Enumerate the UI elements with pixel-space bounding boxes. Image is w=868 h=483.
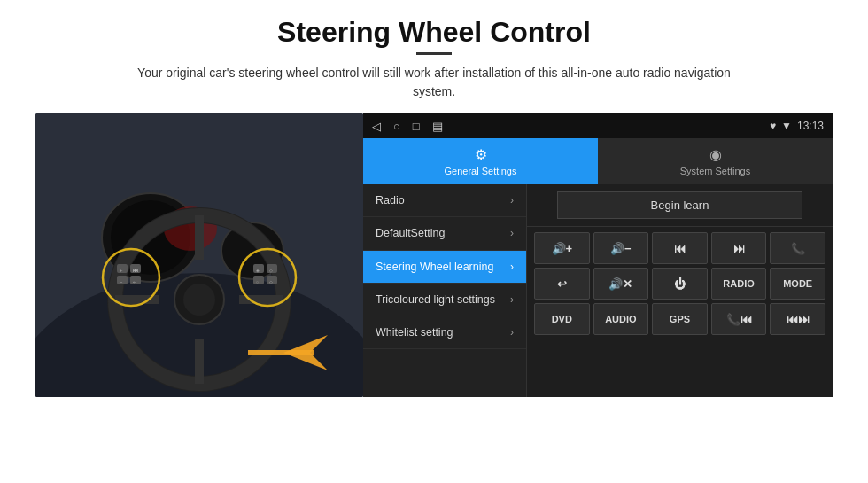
mute-button[interactable]: 🔊✕ xyxy=(593,268,649,300)
menu-item-tricoloured[interactable]: Tricoloured light settings › xyxy=(363,284,526,316)
svg-text:⏮: ⏮ xyxy=(133,268,138,273)
head-unit-display: ◁ ○ □ ▤ ♥ ▼ 13:13 ⚙ General Settings xyxy=(363,113,833,397)
main-content: + ⏮ − ↩ ◈ ◇ ○ ◇ xyxy=(35,113,833,483)
system-settings-icon: ◉ xyxy=(709,146,722,163)
status-time: 13:13 xyxy=(797,120,824,132)
menu-item-default-setting[interactable]: DefaultSetting › xyxy=(363,217,526,250)
svg-text:◇: ◇ xyxy=(269,279,273,284)
chevron-icon-default: › xyxy=(510,227,514,239)
prev-next-button[interactable]: ⏮⏭ xyxy=(770,303,825,335)
power-button[interactable]: ⏻ xyxy=(652,268,708,300)
chevron-icon-tricoloured: › xyxy=(510,293,514,306)
general-settings-icon: ⚙ xyxy=(475,146,487,163)
menu-whitelist-label: Whitelist setting xyxy=(376,325,453,339)
prev-track-button[interactable]: ⏮ xyxy=(652,232,708,264)
begin-learn-button[interactable]: Begin learn xyxy=(557,191,802,219)
page-title: Steering Wheel Control xyxy=(277,16,591,49)
menu-nav-icon[interactable]: ▤ xyxy=(432,120,443,133)
svg-text:+: + xyxy=(120,268,123,273)
right-panel: Begin learn 🔊+ 🔊− ⏮ ⏭ 📞 xyxy=(527,184,833,397)
phone-button[interactable]: 📞 xyxy=(770,232,825,264)
menu-default-label: DefaultSetting xyxy=(376,226,446,240)
home-nav-icon[interactable]: ○ xyxy=(393,120,400,133)
location-icon: ♥ xyxy=(770,120,776,132)
svg-text:↩: ↩ xyxy=(133,279,136,284)
menu-steering-label: Steering Wheel learning xyxy=(376,260,493,274)
control-buttons-grid: 🔊+ 🔊− ⏮ ⏭ 📞 ↩ 🔊✕ ⏻ RADIO MODE xyxy=(527,227,833,340)
nav-buttons: ◁ ○ □ ▤ xyxy=(372,120,443,133)
vol-down-button[interactable]: 🔊− xyxy=(593,232,649,264)
back-nav-icon[interactable]: ◁ xyxy=(372,120,381,133)
status-right: ♥ ▼ 13:13 xyxy=(770,120,824,132)
control-row-1: 🔊+ 🔊− ⏮ ⏭ 📞 xyxy=(534,232,825,264)
steering-wheel-image: + ⏮ − ↩ ◈ ◇ ○ ◇ xyxy=(35,113,363,397)
menu-item-steering-wheel[interactable]: Steering Wheel learning › xyxy=(363,251,526,284)
chevron-icon-radio: › xyxy=(510,194,514,206)
wifi-icon: ▼ xyxy=(781,120,792,132)
vol-up-button[interactable]: 🔊+ xyxy=(534,232,590,264)
tab-general-label: General Settings xyxy=(445,166,517,176)
settings-area: Radio › DefaultSetting › Steering Wheel … xyxy=(363,184,833,397)
menu-item-radio[interactable]: Radio › xyxy=(363,184,526,217)
svg-text:◈: ◈ xyxy=(256,268,260,273)
chevron-icon-steering: › xyxy=(510,261,514,273)
control-row-3: DVD AUDIO GPS 📞⏮ ⏮⏭ xyxy=(534,303,825,335)
tab-system-label: System Settings xyxy=(680,166,750,176)
menu-radio-label: Radio xyxy=(376,193,405,207)
tab-general-settings[interactable]: ⚙ General Settings xyxy=(363,138,598,184)
gps-button[interactable]: GPS xyxy=(652,303,708,335)
menu-tricoloured-label: Tricoloured light settings xyxy=(376,292,495,307)
menu-item-whitelist[interactable]: Whitelist setting › xyxy=(363,316,526,349)
tab-system-settings[interactable]: ◉ System Settings xyxy=(598,138,833,184)
svg-text:◇: ◇ xyxy=(269,268,273,273)
next-track-button[interactable]: ⏭ xyxy=(711,232,767,264)
title-divider xyxy=(416,52,452,55)
svg-text:−: − xyxy=(120,279,123,284)
hangup-button[interactable]: ↩ xyxy=(534,268,590,300)
begin-learn-row: Begin learn xyxy=(527,184,833,227)
control-row-2: ↩ 🔊✕ ⏻ RADIO MODE xyxy=(534,268,825,300)
left-menu: Radio › DefaultSetting › Steering Wheel … xyxy=(363,184,527,397)
phone-prev-button[interactable]: 📞⏮ xyxy=(711,303,767,335)
svg-point-13 xyxy=(183,284,215,316)
page-subtitle: Your original car's steering wheel contr… xyxy=(133,64,735,101)
audio-button[interactable]: AUDIO xyxy=(593,303,649,335)
svg-text:○: ○ xyxy=(256,279,259,284)
status-bar: ◁ ○ □ ▤ ♥ ▼ 13:13 xyxy=(363,113,833,138)
recents-nav-icon[interactable]: □ xyxy=(413,120,420,133)
mode-button[interactable]: MODE xyxy=(770,268,825,300)
chevron-icon-whitelist: › xyxy=(510,326,514,339)
tab-bar: ⚙ General Settings ◉ System Settings xyxy=(363,138,833,184)
radio-button[interactable]: RADIO xyxy=(711,268,767,300)
dvd-button[interactable]: DVD xyxy=(534,303,590,335)
